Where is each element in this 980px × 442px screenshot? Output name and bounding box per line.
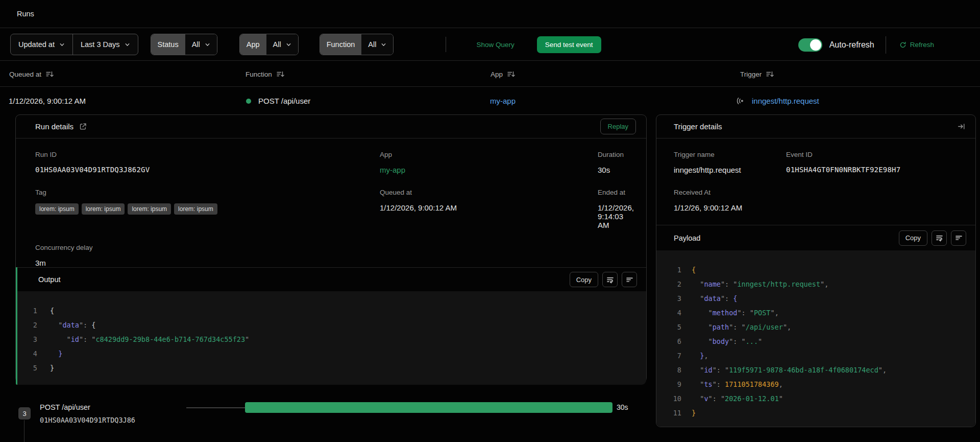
- format-button[interactable]: [622, 272, 637, 287]
- queued-at-value: 1/12/2026, 9:00:12 AM: [380, 203, 598, 212]
- line-number: 9: [656, 380, 681, 388]
- copy-output-button[interactable]: Copy: [570, 272, 598, 287]
- broadcast-icon: [736, 97, 745, 105]
- code-line: 1{: [16, 304, 646, 318]
- tag-chip: lorem: ipsum: [174, 203, 217, 215]
- column-header-function[interactable]: Function: [246, 61, 284, 87]
- sort-field-dropdown[interactable]: Updated at: [11, 34, 72, 55]
- output-section: Output Copy 1{2 "data": {3 "id": "c8429d…: [16, 267, 646, 385]
- collapse-panel-icon[interactable]: [958, 123, 965, 130]
- field-label: Run ID: [35, 151, 380, 158]
- duration-value: 30s: [598, 166, 636, 174]
- field-label: Ended at: [598, 189, 636, 196]
- app-filter: App All: [239, 34, 299, 55]
- column-label: App: [491, 71, 503, 78]
- trigger-details-card: Trigger details Trigger name inngest/htt…: [656, 114, 976, 427]
- step-count-badge[interactable]: 3: [18, 407, 31, 420]
- sort-icon: [276, 70, 284, 78]
- external-link-icon[interactable]: [79, 123, 87, 130]
- auto-refresh-toggle[interactable]: [798, 38, 822, 52]
- chevron-down-icon: [381, 42, 386, 48]
- line-number: 10: [656, 394, 681, 403]
- output-title: Output: [38, 275, 61, 284]
- status-filter-dropdown[interactable]: All: [185, 34, 217, 55]
- runs-page: Runs Updated at Last 3 Days Status All A…: [0, 0, 980, 442]
- trigger-details-title: Trigger details: [674, 122, 722, 131]
- payload-section: Payload Copy 1{2 "name": "inngest/http.r…: [656, 225, 975, 427]
- format-button[interactable]: [951, 230, 966, 246]
- line-number: 3: [16, 335, 37, 343]
- code-line: 3 "id": "c8429dd9-29b8-44e6-b714-767d34c…: [16, 332, 646, 346]
- status-filter: Status All: [151, 34, 217, 55]
- sort-icon: [507, 70, 515, 78]
- output-code-block[interactable]: 1{2 "data": {3 "id": "c8429dd9-29b8-44e6…: [16, 291, 646, 385]
- output-header: Output Copy: [16, 268, 646, 291]
- field-event-id: Event ID 01HSHA4GT0FN0NRBKTF92E98H7: [786, 151, 965, 174]
- code-line: 10 "v": "2026-01-12.01": [656, 391, 975, 406]
- run-details-header: Run details Replay: [16, 115, 646, 138]
- field-duration: Duration 30s: [598, 151, 636, 174]
- tag-chip: lorem: ipsum: [82, 203, 125, 215]
- chevron-down-icon: [125, 42, 130, 48]
- show-query-link[interactable]: Show Query: [476, 41, 514, 49]
- code-line: 7 },: [656, 348, 975, 363]
- cell-app-link[interactable]: my-app: [490, 87, 516, 114]
- column-label: Trigger: [740, 71, 762, 78]
- line-number: 4: [656, 309, 681, 317]
- line-number: 2: [656, 280, 681, 288]
- top-bar: Runs: [0, 0, 980, 28]
- refresh-button[interactable]: Refresh: [899, 41, 934, 49]
- timeline-connector-line: [24, 420, 24, 442]
- wrap-text-button[interactable]: [602, 272, 618, 287]
- field-concurrency-delay: Concurrency delay 3m: [35, 244, 380, 267]
- wrap-text-button[interactable]: [932, 230, 947, 246]
- line-number: 1: [16, 307, 37, 315]
- replay-button[interactable]: Replay: [600, 119, 636, 134]
- field-label: Queued at: [380, 189, 598, 196]
- code-line: 4 }: [16, 346, 646, 361]
- payload-title: Payload: [674, 234, 700, 242]
- column-header-trigger[interactable]: Trigger: [740, 61, 774, 87]
- sort-icon: [45, 70, 54, 78]
- chevron-down-icon: [286, 42, 291, 48]
- field-label: Duration: [598, 151, 636, 158]
- function-filter-dropdown[interactable]: All: [361, 34, 393, 55]
- app-filter-dropdown[interactable]: All: [266, 34, 298, 55]
- status-filter-label: Status: [151, 34, 185, 55]
- payload-code-block[interactable]: 1{2 "name": "inngest/http.request",3 "da…: [656, 250, 975, 427]
- run-row[interactable]: 1/12/2026, 9:00:12 AM POST /api/user my-…: [0, 87, 980, 114]
- field-label: Received At: [674, 189, 786, 196]
- field-ended-at: Ended at 1/12/2026, 9:14:03 AM: [598, 189, 636, 229]
- line-number: 2: [16, 321, 37, 329]
- column-header-queued-at[interactable]: Queued at: [9, 61, 54, 87]
- timeline-function-name: POST /api/user: [40, 403, 90, 411]
- ended-at-value: 1/12/2026, 9:14:03 AM: [598, 203, 636, 229]
- field-received-at: Received At 1/12/26, 9:00:12 AM: [674, 189, 786, 212]
- time-range-value: Last 3 Days: [81, 40, 120, 49]
- function-name: POST /api/user: [258, 97, 310, 105]
- code-line: 4 "method": "POST",: [656, 306, 975, 320]
- chevron-down-icon: [59, 42, 65, 48]
- time-range-dropdown[interactable]: Last 3 Days: [72, 34, 138, 55]
- timeline-duration-bar[interactable]: [245, 402, 612, 413]
- line-number: 1: [656, 266, 681, 274]
- line-number: 6: [656, 337, 681, 345]
- trigger-details-header: Trigger details: [656, 115, 975, 138]
- run-details-fields: Run ID 01HS0AA03V04D91RTDQ3J862GV App my…: [16, 138, 646, 267]
- app-link[interactable]: my-app: [380, 166, 598, 174]
- runs-table-header: Queued at Function App Trigger: [0, 61, 980, 87]
- toggle-knob: [810, 39, 821, 51]
- status-filter-value: All: [192, 40, 200, 49]
- code-line: 2 "data": {: [16, 318, 646, 332]
- time-filter-group: Updated at Last 3 Days: [10, 34, 138, 55]
- send-test-event-button[interactable]: Send test event: [537, 36, 601, 53]
- received-at-value: 1/12/26, 9:00:12 AM: [674, 203, 786, 212]
- column-header-app[interactable]: App: [491, 61, 515, 87]
- refresh-icon: [899, 41, 906, 49]
- concurrency-delay-value: 3m: [35, 259, 380, 267]
- tag-list: lorem: ipsumlorem: ipsumlorem: ipsumlore…: [35, 203, 380, 215]
- tag-chip: lorem: ipsum: [128, 203, 171, 215]
- copy-payload-button[interactable]: Copy: [899, 230, 927, 246]
- trigger-link[interactable]: inngest/http.request: [752, 97, 819, 105]
- field-label: Concurrency delay: [35, 244, 380, 251]
